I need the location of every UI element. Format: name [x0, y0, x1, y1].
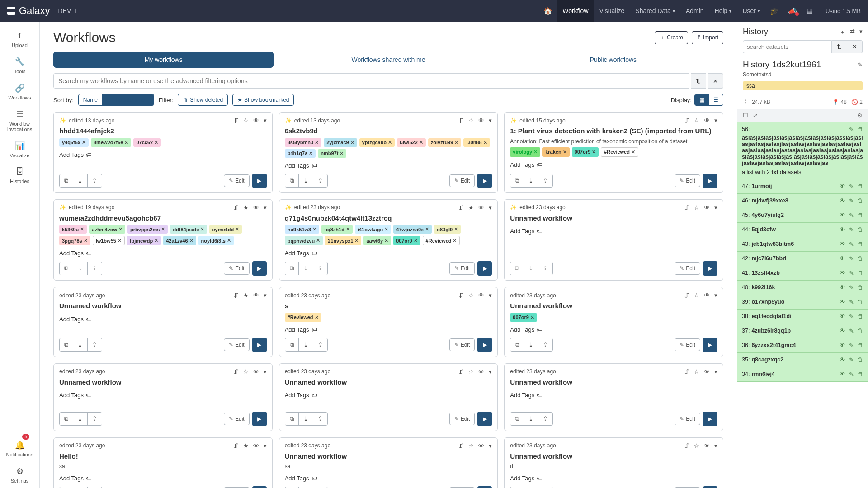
clear-history-search-icon[interactable]: ✕ — [847, 40, 863, 53]
card-action-icon[interactable]: ⇵ — [459, 204, 464, 211]
grid-view-icon[interactable]: ▦ — [695, 94, 709, 105]
card-action-icon[interactable]: ☆ — [468, 117, 474, 124]
delete-icon[interactable]: 🗑 — [858, 226, 863, 233]
card-action-icon[interactable]: ▾ — [264, 368, 267, 375]
tag[interactable]: 42a1zv46 ✕ — [163, 236, 196, 245]
history-item[interactable]: 42: mjc7l6u7bbri 👁 ✎ 🗑 — [737, 251, 868, 266]
history-search-input[interactable] — [743, 40, 832, 53]
card-action-icon[interactable]: ▾ — [489, 368, 492, 375]
tag[interactable]: zolvztu99 ✕ — [428, 138, 462, 147]
history-item[interactable]: 39: o17xnp5yuo 👁 ✎ 🗑 — [737, 295, 868, 310]
tag[interactable]: 8mewvo7f6e ✕ — [91, 138, 131, 147]
tag[interactable]: noyld6i3ts ✕ — [198, 236, 234, 245]
share-icon[interactable]: ⇪ — [538, 262, 552, 275]
run-button[interactable]: ▶ — [477, 261, 492, 276]
card-action-icon[interactable]: ▾ — [264, 292, 267, 299]
tag[interactable]: fpjmcwdp ✕ — [127, 236, 161, 245]
remove-tag-icon[interactable]: ✕ — [189, 238, 193, 244]
create-button[interactable]: ＋Create — [655, 31, 688, 44]
card-action-icon[interactable]: ▾ — [264, 442, 267, 449]
card-action-icon[interactable]: 👁 — [478, 368, 484, 375]
view-icon[interactable]: 👁 — [840, 212, 845, 219]
remove-tag-icon[interactable]: ✕ — [419, 140, 423, 145]
shown-count[interactable]: 📍 48 — [832, 99, 847, 105]
card-action-icon[interactable]: ★ — [468, 204, 474, 211]
card-title[interactable]: Unnamed workflow — [510, 452, 717, 461]
edit-icon[interactable]: ✎ — [849, 126, 854, 133]
delete-icon[interactable]: 🗑 — [858, 183, 863, 190]
copy-icon[interactable]: ⧉ — [60, 174, 73, 187]
add-tags-button[interactable]: Add Tags 🏷 — [510, 475, 717, 482]
share-icon[interactable]: ⇪ — [313, 262, 327, 275]
card-action-icon[interactable]: ▾ — [714, 368, 717, 375]
card-action-icon[interactable]: ☆ — [468, 292, 474, 299]
remove-tag-icon[interactable]: ✕ — [235, 226, 239, 232]
card-action-icon[interactable]: ⇵ — [684, 204, 689, 211]
card-action-icon[interactable]: 👁 — [253, 442, 259, 449]
edit-button[interactable]: ✎ Edit — [449, 413, 475, 425]
tag[interactable]: k5369u ✕ — [59, 225, 87, 234]
edit-icon[interactable]: ✎ — [849, 328, 854, 334]
card-title[interactable]: q71g4s0nubzk04t4qtw4lt13zztrcq — [285, 214, 492, 223]
sidebar-item[interactable]: ☰Workflow Invocations — [0, 105, 39, 136]
card-action-icon[interactable]: ☆ — [694, 204, 699, 211]
run-button[interactable]: ▶ — [703, 412, 717, 426]
graduation-icon[interactable]: 🎓 — [765, 7, 783, 15]
card-action-icon[interactable]: ☆ — [468, 442, 474, 449]
add-tags-button[interactable]: Add Tags 🏷 — [59, 250, 267, 257]
card-action-icon[interactable]: ★ — [243, 204, 249, 211]
card-title[interactable]: Hello! — [59, 452, 267, 461]
copy-icon[interactable]: ⧉ — [285, 174, 299, 187]
history-annotation[interactable]: Sometextsd — [737, 71, 868, 81]
card-action-icon[interactable]: ⇵ — [684, 442, 689, 449]
history-item[interactable]: 37: 4zubz6lr8qq1p 👁 ✎ 🗑 — [737, 324, 868, 338]
tag[interactable]: lw1bw55 ✕ — [93, 236, 125, 245]
tag[interactable]: l30h88 ✕ — [463, 138, 490, 147]
card-title[interactable]: wumeia2zdhddmevu5agohcb67 — [59, 214, 267, 223]
add-tags-button[interactable]: Add Tags 🏷 — [59, 392, 267, 399]
tag[interactable]: azhm4vow ✕ — [89, 225, 125, 234]
import-button[interactable]: ⤒Import — [692, 31, 723, 44]
card-action-icon[interactable]: ▾ — [714, 204, 717, 211]
remove-tag-icon[interactable]: ✕ — [309, 150, 313, 156]
download-icon[interactable]: ⤓ — [299, 338, 313, 351]
remove-tag-icon[interactable]: ✕ — [161, 226, 165, 232]
tag[interactable]: t3wl522 ✕ — [397, 138, 426, 147]
search-input[interactable] — [53, 73, 689, 89]
switch-history-icon[interactable]: ⇄ — [850, 28, 855, 36]
edit-button[interactable]: ✎ Edit — [224, 338, 250, 351]
card-title[interactable]: Unnamed workflow — [59, 378, 267, 387]
download-icon[interactable]: ⤓ — [73, 174, 88, 187]
edit-button[interactable]: ✎ Edit — [449, 262, 475, 275]
tag[interactable]: #Reviewed ✕ — [601, 147, 638, 157]
delete-icon[interactable]: 🗑 — [858, 299, 863, 305]
sidebar-item[interactable]: 🗄Histories — [0, 163, 39, 188]
select-all-checkbox[interactable]: ☐ — [743, 112, 748, 119]
show-bookmarked-button[interactable]: ★Show bookmarked — [232, 94, 294, 106]
edit-icon[interactable]: ✎ — [849, 183, 854, 190]
run-button[interactable]: ▶ — [252, 412, 267, 426]
edit-button[interactable]: ✎ Edit — [675, 338, 700, 351]
download-icon[interactable]: ⤓ — [299, 174, 313, 187]
edit-icon[interactable]: ✎ — [849, 299, 854, 305]
share-icon[interactable]: ⇪ — [88, 413, 102, 425]
edit-icon[interactable]: ✎ — [849, 255, 854, 262]
copy-icon[interactable]: ⧉ — [285, 338, 299, 351]
card-title[interactable]: Unnamed workflow — [510, 378, 717, 387]
card-title[interactable]: 6sk2tvb9d — [285, 127, 492, 136]
view-icon[interactable]: 👁 — [840, 270, 845, 277]
card-action-icon[interactable]: ▾ — [714, 442, 717, 449]
tag[interactable]: pqphwdzvu ✕ — [285, 236, 323, 245]
download-icon[interactable]: ⤓ — [299, 413, 313, 425]
card-action-icon[interactable]: ▾ — [714, 117, 717, 124]
run-button[interactable]: ▶ — [477, 174, 492, 188]
add-tags-button[interactable]: Add Tags 🏷 — [285, 250, 492, 257]
remove-tag-icon[interactable]: ✕ — [533, 149, 538, 155]
card-action-icon[interactable]: ☆ — [468, 368, 474, 375]
tag[interactable]: virology ✕ — [510, 147, 540, 157]
card-action-icon[interactable]: ⇵ — [684, 117, 689, 124]
sort-update[interactable]: ↓ Update time — [102, 94, 154, 105]
history-name[interactable]: History 1ds2kut1961 — [743, 60, 821, 70]
card-action-icon[interactable]: ☆ — [694, 117, 699, 124]
copy-icon[interactable]: ⧉ — [285, 413, 299, 425]
